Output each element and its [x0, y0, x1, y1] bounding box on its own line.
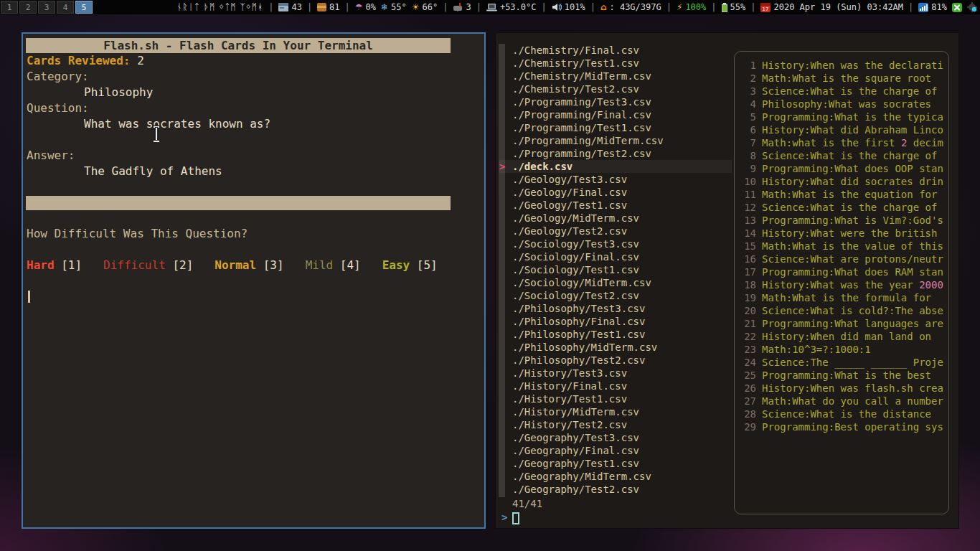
file-list: ./Chemistry/Final.csv./Chemistry/Test1.c…	[499, 44, 732, 496]
match-highlight: 2	[901, 137, 907, 149]
file-item[interactable]: ./History/Test3.csv	[499, 367, 732, 380]
mail-count: 3	[453, 2, 471, 12]
file-item[interactable]: ./Programming/Test3.csv	[499, 95, 732, 108]
file-item[interactable]: ./Geography/Test2.csv	[499, 483, 732, 496]
file-name: ./History/MidTerm.csv	[512, 406, 639, 418]
difficulty-keybind: [5]	[410, 258, 438, 272]
runic-clock-text: ᚾᚱᛁᛏ ᚦᛗ ᛜᛏᛗ ᛉᛜᛗᚼ	[176, 2, 263, 12]
preview-text: History:What did socrates drin	[762, 176, 943, 187]
file-item[interactable]: ./Programming/Final.csv	[499, 108, 732, 121]
file-item[interactable]: ./Sociology/MidTerm.csv	[499, 276, 732, 289]
file-item[interactable]: ./Geology/Test2.csv	[499, 225, 732, 237]
difficulty-option-easy[interactable]: Easy [5]	[382, 258, 438, 273]
file-item[interactable]: ./Geography/Final.csv	[499, 444, 732, 457]
file-item[interactable]: ./Programming/Test1.csv	[499, 121, 732, 134]
file-item[interactable]: ./Philosophy/MidTerm.csv	[499, 341, 732, 354]
difficulty-option-mild[interactable]: Mild [4]	[306, 258, 361, 273]
difficulty-option-normal[interactable]: Normal [3]	[215, 258, 283, 273]
speaker-icon	[552, 3, 562, 11]
rain-chance-text: 0%	[366, 2, 376, 12]
file-name: ./Chemistry/MidTerm.csv	[512, 70, 651, 82]
line-number: 2	[739, 72, 756, 85]
preview-text: Math:What is the value of this	[762, 240, 943, 252]
preview-line: 6History:What did Abraham Linco	[739, 123, 948, 136]
file-item[interactable]: ./Chemistry/MidTerm.csv	[499, 70, 732, 83]
preview-text: Science:What is cold?:The abse	[762, 305, 943, 316]
file-item[interactable]: ./History/MidTerm.csv	[499, 405, 732, 418]
file-item[interactable]: ./Sociology/Test2.csv	[499, 289, 732, 302]
file-name: ./Philosophy/Final.csv	[512, 316, 645, 327]
difficulty-label: Hard	[27, 258, 55, 272]
line-number: 7	[739, 136, 756, 149]
file-item[interactable]: ./Geology/MidTerm.csv	[499, 212, 732, 225]
separator: |	[476, 2, 481, 12]
difficulty-option-difficult[interactable]: Difficult [2]	[103, 258, 193, 273]
power-level-text: 100%	[685, 2, 706, 12]
tray-close[interactable]	[952, 3, 962, 12]
preview-text: Science:What is the charge of	[762, 202, 937, 213]
workspace-button-4[interactable]: 4	[57, 1, 74, 14]
tray-app[interactable]	[967, 2, 977, 12]
prompt-cursor[interactable]	[512, 512, 519, 524]
preview-text: History:What did Abraham Linco	[762, 124, 943, 136]
file-item[interactable]: ./Geology/Test3.csv	[499, 173, 732, 186]
preview-text: Philosophy:What was socrates	[762, 98, 931, 110]
file-item[interactable]: ./Programming/MidTerm.csv	[499, 134, 732, 147]
file-item[interactable]: ./Geology/Test1.csv	[499, 199, 732, 212]
file-name: ./Philosophy/Test1.csv	[512, 329, 645, 340]
line-number: 18	[739, 278, 756, 291]
calendar-icon: 17	[760, 3, 771, 12]
file-name: ./Programming/Test2.csv	[512, 148, 651, 159]
file-name: ./Sociology/Test1.csv	[512, 264, 639, 276]
file-item[interactable]: ./Philosophy/Test1.csv	[499, 328, 732, 341]
line-number: 27	[739, 395, 756, 408]
file-name: ./Geography/Test2.csv	[512, 484, 639, 495]
separator: |	[666, 2, 672, 12]
difficulty-label: Easy	[382, 258, 410, 272]
file-item[interactable]: ./History/Test2.csv	[499, 418, 732, 431]
line-number: 19	[739, 291, 756, 304]
preview-text: History:When was flash.sh crea	[762, 382, 943, 394]
file-item[interactable]: ./Sociology/Test3.csv	[499, 237, 732, 250]
file-item[interactable]: ./Chemistry/Test1.csv	[499, 57, 732, 70]
file-item[interactable]: ./Philosophy/Final.csv	[499, 315, 732, 328]
file-item[interactable]: ./Chemistry/Final.csv	[499, 44, 732, 57]
file-name: ./Geology/Final.csv	[512, 187, 627, 198]
file-name: ./Geography/Final.csv	[512, 445, 639, 456]
workspace-button-5[interactable]: 5	[75, 1, 93, 14]
file-name: ./Programming/Final.csv	[512, 109, 651, 121]
file-item[interactable]: ./Geology/Final.csv	[499, 186, 732, 199]
file-item[interactable]: ./Programming/Test2.csv	[499, 147, 732, 160]
updates-count-text: 43	[291, 2, 301, 12]
workspace-button-3[interactable]: 3	[38, 1, 55, 14]
workspace-button-1[interactable]: 1	[1, 1, 18, 14]
difficulty-option-hard[interactable]: Hard [1]	[27, 258, 82, 273]
difficulty-options-row: Hard [1]Difficult [2]Normal [3]Mild [4]E…	[23, 258, 484, 273]
file-item[interactable]: ./Geography/MidTerm.csv	[499, 470, 732, 483]
file-item[interactable]: ./Sociology/Test1.csv	[499, 263, 732, 276]
fzf-prompt-row[interactable]: >	[501, 510, 519, 524]
line-number: 10	[739, 175, 756, 188]
file-item[interactable]: ./Chemistry/Test2.csv	[499, 83, 732, 95]
volume-level-text: 101%	[565, 2, 585, 12]
separator: |	[443, 2, 448, 12]
window-icon	[278, 3, 288, 11]
preview-text: Programming:What does RAM stan	[762, 266, 943, 278]
file-item[interactable]: ./Philosophy/Test2.csv	[499, 354, 732, 367]
file-item[interactable]: ./Geography/Test3.csv	[499, 431, 732, 444]
workspace-button-2[interactable]: 2	[19, 1, 37, 14]
separator: |	[711, 2, 716, 12]
file-item[interactable]: ./History/Test1.csv	[499, 392, 732, 405]
umbrella-icon: ☂	[355, 3, 363, 11]
file-item-selected[interactable]: >./deck.csv	[499, 160, 732, 173]
preview-text: Science:What is the charge of	[762, 85, 937, 97]
preview-text: Math:what is the first 2 decim	[762, 137, 943, 149]
file-item[interactable]: ./Sociology/Final.csv	[499, 250, 732, 263]
file-item[interactable]: ./Philosophy/Test3.csv	[499, 302, 732, 315]
match-counter: 41/41	[512, 497, 542, 510]
file-item[interactable]: ./History/Final.csv	[499, 380, 732, 392]
preview-line: 8Science:What is the charge of	[739, 149, 948, 162]
file-item[interactable]: ./Geography/Test1.csv	[499, 457, 732, 470]
difficulty-keybind: [3]	[256, 258, 284, 272]
terminal-cursor[interactable]	[28, 291, 30, 303]
